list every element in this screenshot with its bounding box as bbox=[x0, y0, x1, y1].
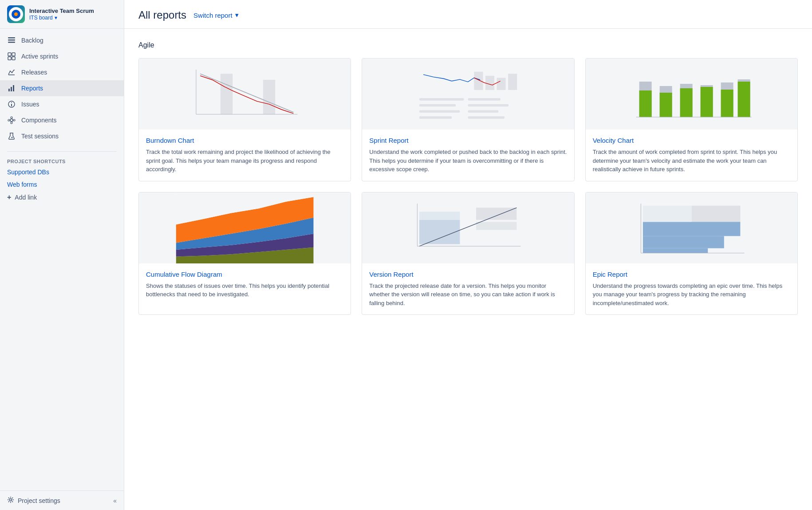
cumulative-desc: Shows the statuses of issues over time. … bbox=[146, 282, 343, 299]
releases-icon bbox=[7, 68, 16, 77]
project-info: Interactive Team Scrum ITS board ▾ bbox=[29, 8, 117, 21]
svg-rect-31 bbox=[419, 104, 456, 106]
releases-label: Releases bbox=[21, 69, 47, 76]
epic-name[interactable]: Epic Report bbox=[593, 271, 790, 278]
sidebar-item-releases[interactable]: Releases bbox=[0, 64, 124, 80]
velocity-name[interactable]: Velocity Chart bbox=[593, 137, 790, 144]
reports-icon bbox=[7, 84, 16, 93]
svg-rect-47 bbox=[721, 90, 733, 117]
sidebar-item-issues[interactable]: Issues bbox=[0, 96, 124, 112]
svg-point-16 bbox=[13, 119, 15, 121]
components-label: Components bbox=[21, 117, 56, 124]
sidebar-footer: Project settings « bbox=[0, 490, 124, 510]
backlog-label: Backlog bbox=[21, 37, 43, 44]
version-name[interactable]: Version Report bbox=[369, 271, 567, 278]
svg-rect-32 bbox=[468, 104, 508, 106]
svg-rect-5 bbox=[8, 57, 11, 60]
sidebar-item-components[interactable]: Components bbox=[0, 112, 124, 128]
svg-point-12 bbox=[11, 102, 12, 103]
velocity-info: Velocity Chart Track the amount of work … bbox=[586, 129, 797, 181]
svg-rect-48 bbox=[737, 82, 750, 117]
svg-rect-55 bbox=[419, 220, 460, 244]
report-card-sprint[interactable]: Sprint Report Understand the work comple… bbox=[362, 58, 574, 181]
svg-rect-26 bbox=[485, 76, 494, 90]
svg-point-20 bbox=[10, 499, 12, 501]
version-info: Version Report Track the projected relea… bbox=[362, 263, 574, 315]
active-sprints-icon bbox=[7, 52, 16, 61]
report-card-epic[interactable]: Epic Report Understand the progress towa… bbox=[585, 192, 798, 315]
add-link-button[interactable]: + Add link bbox=[0, 191, 124, 204]
svg-rect-29 bbox=[419, 98, 464, 100]
svg-rect-9 bbox=[11, 87, 12, 91]
burndown-name[interactable]: Burndown Chart bbox=[146, 137, 343, 144]
burndown-desc: Track the total work remaining and proje… bbox=[146, 148, 343, 174]
svg-point-14 bbox=[10, 119, 13, 122]
cumulative-name[interactable]: Cumulative Flow Diagram bbox=[146, 271, 343, 278]
epic-thumbnail bbox=[586, 192, 797, 263]
sidebar-header: Interactive Team Scrum ITS board ▾ bbox=[0, 0, 124, 29]
svg-rect-25 bbox=[474, 72, 483, 90]
svg-rect-10 bbox=[13, 85, 14, 91]
svg-rect-22 bbox=[263, 80, 275, 114]
svg-rect-62 bbox=[691, 205, 740, 222]
page-title: All reports bbox=[138, 9, 186, 21]
svg-rect-27 bbox=[497, 78, 506, 90]
agile-section-title: Agile bbox=[138, 41, 798, 49]
sidebar-item-test-sessions[interactable]: Test sessions bbox=[0, 128, 124, 144]
svg-rect-66 bbox=[643, 205, 692, 222]
report-card-velocity[interactable]: Velocity Chart Track the amount of work … bbox=[585, 58, 798, 181]
sprint-desc: Understand the work completed or pushed … bbox=[369, 148, 567, 174]
svg-rect-6 bbox=[12, 57, 15, 60]
nav-divider bbox=[7, 151, 117, 152]
cumulative-thumbnail bbox=[139, 192, 351, 263]
sidebar-item-backlog[interactable]: Backlog bbox=[0, 32, 124, 48]
report-card-cumulative[interactable]: Cumulative Flow Diagram Shows the status… bbox=[138, 192, 351, 315]
cumulative-info: Cumulative Flow Diagram Shows the status… bbox=[139, 263, 351, 306]
nav-section: Backlog Active sprints Releases bbox=[0, 29, 124, 148]
sidebar: Interactive Team Scrum ITS board ▾ Backl… bbox=[0, 0, 124, 510]
report-card-burndown[interactable]: Burndown Chart Track the total work rema… bbox=[138, 58, 351, 181]
shortcut-supported-dbs[interactable]: Supported DBs bbox=[0, 166, 124, 178]
top-bar: All reports Switch report ▾ bbox=[124, 0, 812, 29]
svg-rect-3 bbox=[8, 53, 11, 56]
issues-icon bbox=[7, 100, 16, 109]
epic-desc: Understand the progress towards completi… bbox=[593, 282, 790, 308]
svg-rect-43 bbox=[639, 90, 651, 117]
sidebar-item-active-sprints[interactable]: Active sprints bbox=[0, 48, 124, 64]
burndown-info: Burndown Chart Track the total work rema… bbox=[139, 129, 351, 181]
shortcut-web-forms[interactable]: Web forms bbox=[0, 178, 124, 191]
reports-grid: Burndown Chart Track the total work rema… bbox=[138, 58, 798, 315]
svg-point-17 bbox=[11, 117, 12, 118]
switch-report-button[interactable]: Switch report ▾ bbox=[193, 11, 239, 19]
svg-rect-8 bbox=[8, 89, 10, 91]
svg-rect-2 bbox=[8, 42, 15, 43]
collapse-sidebar-button[interactable]: « bbox=[113, 497, 117, 504]
plus-icon: + bbox=[7, 193, 11, 201]
report-card-version[interactable]: Version Report Track the projected relea… bbox=[362, 192, 574, 315]
version-desc: Track the projected release date for a v… bbox=[369, 282, 567, 308]
svg-rect-1 bbox=[8, 39, 15, 41]
sprint-name[interactable]: Sprint Report bbox=[369, 137, 567, 144]
svg-point-19 bbox=[12, 137, 13, 138]
project-settings-link[interactable]: Project settings bbox=[7, 496, 60, 505]
sprint-thumbnail bbox=[362, 59, 574, 129]
svg-rect-33 bbox=[419, 110, 460, 113]
svg-rect-30 bbox=[468, 98, 501, 100]
content-area: Agile bbox=[124, 29, 812, 510]
project-settings-label: Project settings bbox=[18, 497, 60, 504]
issues-label: Issues bbox=[21, 101, 39, 108]
shortcuts-label: PROJECT SHORTCUTS bbox=[0, 155, 124, 166]
svg-point-15 bbox=[8, 119, 10, 121]
svg-rect-44 bbox=[659, 93, 672, 117]
svg-rect-46 bbox=[700, 87, 713, 117]
test-sessions-icon bbox=[7, 132, 16, 141]
board-name-link[interactable]: ITS board ▾ bbox=[29, 15, 117, 21]
velocity-thumbnail bbox=[586, 59, 797, 129]
svg-rect-58 bbox=[476, 222, 516, 230]
sidebar-item-reports[interactable]: Reports bbox=[0, 80, 124, 96]
test-sessions-label: Test sessions bbox=[21, 133, 59, 140]
gear-icon bbox=[7, 496, 14, 505]
main-content: All reports Switch report ▾ Agile bbox=[124, 0, 812, 510]
svg-rect-64 bbox=[643, 236, 724, 248]
svg-rect-7 bbox=[8, 75, 15, 75]
